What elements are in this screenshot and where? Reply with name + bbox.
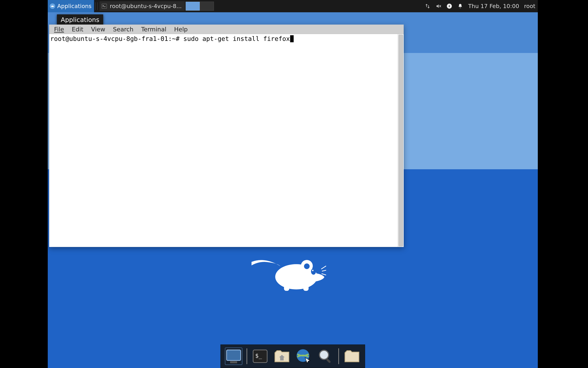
dock-app-finder[interactable]	[317, 348, 334, 365]
bell-icon[interactable]	[457, 3, 463, 9]
menu-search[interactable]: Search	[113, 26, 133, 33]
terminal-text-area[interactable]: root@ubuntu-s-4vcpu-8gb-fra1-01:~# sudo …	[49, 34, 398, 247]
terminal-prompt: root@ubuntu-s-4vcpu-8gb-fra1-01:~#	[50, 35, 179, 42]
panel-clock[interactable]: Thu 17 Feb, 10:00	[468, 3, 519, 9]
menu-help[interactable]: Help	[174, 26, 188, 33]
applications-tooltip: Applications	[57, 14, 103, 25]
show-desktop-icon	[225, 348, 242, 365]
svg-rect-3	[303, 285, 308, 291]
menu-file[interactable]: File	[54, 26, 64, 33]
bottom-dock: $_	[220, 344, 365, 368]
svg-point-16	[319, 350, 329, 359]
menu-view[interactable]: View	[91, 26, 105, 33]
workspace-pager[interactable]	[186, 1, 214, 11]
taskbar-window-button[interactable]: root@ubuntu-s-4vcpu-8...	[100, 1, 185, 11]
top-panel: Applications root@ubuntu-s-4vcpu-8...	[48, 0, 538, 12]
dock-file-manager[interactable]	[273, 348, 291, 365]
folder-icon	[344, 348, 360, 365]
network-updown-icon[interactable]	[425, 3, 430, 9]
dock-user-home[interactable]	[343, 348, 361, 365]
applications-menu-label: Applications	[57, 3, 92, 9]
svg-rect-17	[326, 358, 331, 363]
dock-terminal[interactable]: $_	[251, 348, 269, 365]
terminal-window: File Edit View Search Terminal Help root…	[49, 25, 404, 247]
terminal-icon	[101, 3, 107, 9]
svg-point-6	[304, 263, 310, 269]
magnifier-icon	[317, 348, 334, 365]
workspace-1[interactable]	[186, 2, 200, 10]
svg-point-5	[312, 270, 314, 271]
terminal-command: sudo apt-get install firefox	[183, 35, 290, 42]
panel-handle[interactable]	[95, 2, 98, 10]
power-icon[interactable]	[446, 3, 452, 9]
svg-rect-10	[227, 350, 241, 360]
globe-cursor-icon	[295, 348, 312, 365]
dock-separator	[338, 348, 339, 364]
applications-menu-button[interactable]: Applications	[48, 0, 94, 12]
terminal-menubar: File Edit View Search Terminal Help	[49, 25, 404, 34]
applications-tooltip-text: Applications	[61, 16, 99, 23]
folder-home-icon	[273, 348, 290, 365]
scrollbar-thumb[interactable]	[399, 35, 403, 246]
svg-rect-8	[102, 4, 107, 9]
terminal-cursor	[290, 35, 294, 42]
dock-show-desktop[interactable]	[225, 348, 243, 365]
dock-separator	[247, 348, 247, 364]
svg-point-4	[311, 268, 316, 275]
dock-web-browser[interactable]	[295, 348, 312, 365]
svg-rect-2	[284, 285, 289, 291]
workspace-2[interactable]	[200, 2, 214, 10]
svg-text:$_: $_	[255, 352, 262, 359]
xfce-logo-icon	[49, 3, 56, 9]
svg-rect-12	[230, 361, 237, 363]
audio-muted-icon[interactable]	[436, 3, 441, 9]
terminal-icon: $_	[252, 348, 269, 365]
terminal-scrollbar[interactable]	[398, 34, 404, 247]
xfce-mouse-logo	[251, 252, 326, 291]
panel-user-label[interactable]: root	[524, 3, 535, 9]
menu-edit[interactable]: Edit	[72, 26, 83, 33]
menu-terminal[interactable]: Terminal	[141, 26, 166, 33]
taskbar-window-title: root@ubuntu-s-4vcpu-8...	[110, 3, 182, 9]
